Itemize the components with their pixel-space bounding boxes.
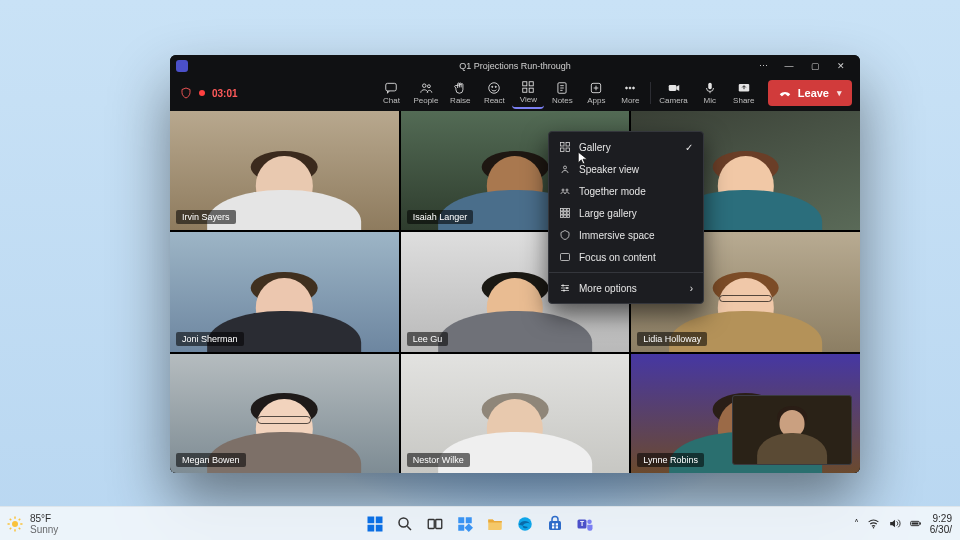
clock-date: 6/30/ — [930, 524, 952, 535]
svg-rect-29 — [561, 212, 564, 215]
task-view-icon — [426, 515, 444, 533]
svg-rect-42 — [368, 524, 375, 531]
leave-button[interactable]: Leave ▾ — [768, 80, 852, 106]
teams-taskbar-button[interactable]: T — [573, 512, 597, 536]
store-button[interactable] — [543, 512, 567, 536]
window-maximize-button[interactable]: ▢ — [802, 57, 828, 75]
participant-tile[interactable]: Irvin Sayers — [170, 111, 399, 230]
weather-temp: 85°F — [30, 513, 58, 524]
edge-button[interactable] — [513, 512, 537, 536]
notes-button[interactable]: Notes — [546, 77, 578, 109]
recording-indicator[interactable]: 03:01 — [178, 87, 240, 99]
svg-point-13 — [626, 87, 628, 89]
more-button[interactable]: More — [614, 77, 646, 109]
svg-point-24 — [562, 189, 564, 191]
share-label: Share — [733, 97, 754, 105]
svg-rect-16 — [668, 85, 676, 91]
chevron-down-icon: ▾ — [837, 88, 842, 98]
participant-tile[interactable]: Megan Bowen — [170, 354, 399, 473]
svg-rect-62 — [911, 522, 918, 524]
together-icon — [559, 185, 571, 197]
menu-gallery[interactable]: Gallery ✓ — [549, 136, 703, 158]
share-button[interactable]: Share — [728, 77, 760, 109]
participant-grid: Irvin SayersIsaiah LangerJoni ShermanLee… — [170, 111, 860, 473]
window-minimize-button[interactable]: ― — [776, 57, 802, 75]
participant-tile[interactable]: Nestor Wilke — [401, 354, 630, 473]
search-button[interactable] — [393, 512, 417, 536]
wifi-icon[interactable] — [867, 517, 880, 530]
menu-more-options-label: More options — [579, 283, 637, 294]
leave-label: Leave — [798, 87, 829, 99]
notes-icon — [555, 81, 569, 95]
system-tray[interactable]: ˄ 9:29 6/30/ — [854, 507, 952, 540]
participant-tile[interactable]: Joni Sherman — [170, 232, 399, 351]
taskbar-center: T — [363, 512, 597, 536]
camera-label: Camera — [659, 97, 687, 105]
sun-icon — [6, 515, 24, 533]
menu-more-options[interactable]: More options › — [549, 277, 703, 299]
svg-rect-52 — [549, 521, 561, 530]
taskbar-weather[interactable]: 85°F Sunny — [6, 507, 58, 540]
svg-point-59 — [587, 519, 592, 524]
people-button[interactable]: People — [409, 77, 442, 109]
svg-point-39 — [12, 521, 18, 527]
svg-point-60 — [872, 527, 874, 529]
window-close-button[interactable]: ✕ — [828, 57, 854, 75]
battery-icon[interactable] — [909, 517, 922, 530]
volume-icon[interactable] — [888, 517, 901, 530]
view-button[interactable]: View — [512, 77, 544, 109]
svg-rect-1 — [386, 83, 397, 91]
taskbar-clock[interactable]: 9:29 6/30/ — [930, 513, 952, 535]
svg-point-6 — [496, 86, 497, 87]
ellipsis-icon — [623, 81, 637, 95]
camera-button[interactable]: Camera — [655, 77, 691, 109]
record-icon — [196, 87, 208, 99]
meeting-toolbar: 03:01 Chat People Raise React View Notes — [170, 77, 860, 111]
svg-rect-33 — [564, 215, 567, 218]
chat-button[interactable]: Chat — [375, 77, 407, 109]
widgets-button[interactable] — [453, 512, 477, 536]
windows-taskbar: 85°F Sunny T ˄ — [0, 506, 960, 540]
menu-immersive-space[interactable]: Immersive space — [549, 224, 703, 246]
menu-focus-label: Focus on content — [579, 252, 656, 263]
emoji-icon — [487, 81, 501, 95]
window-more-icon[interactable]: ⋯ — [750, 57, 776, 75]
toolbar-separator — [650, 82, 651, 104]
start-button[interactable] — [363, 512, 387, 536]
mic-label: Mic — [704, 97, 716, 105]
clock-time: 9:29 — [930, 513, 952, 524]
svg-rect-63 — [920, 522, 921, 524]
teams-app-icon — [176, 60, 188, 72]
svg-point-14 — [629, 87, 631, 89]
view-label: View — [520, 96, 537, 104]
mouse-cursor-icon — [576, 149, 590, 167]
svg-rect-54 — [556, 523, 558, 525]
camera-icon — [667, 81, 681, 95]
menu-together-mode[interactable]: Together mode — [549, 180, 703, 202]
edge-icon — [516, 515, 534, 533]
self-view-pip[interactable] — [732, 395, 852, 465]
mic-button[interactable]: Mic — [694, 77, 726, 109]
chat-icon — [384, 81, 398, 95]
participant-name: Megan Bowen — [176, 453, 246, 467]
teams-icon: T — [576, 515, 594, 533]
raise-hand-button[interactable]: Raise — [444, 77, 476, 109]
focus-icon — [559, 251, 571, 263]
svg-rect-55 — [552, 526, 554, 528]
tray-chevron-icon[interactable]: ˄ — [854, 518, 859, 529]
explorer-button[interactable] — [483, 512, 507, 536]
apps-button[interactable]: Apps — [580, 77, 612, 109]
svg-point-5 — [492, 86, 493, 87]
phone-down-icon — [778, 86, 792, 100]
menu-large-gallery[interactable]: Large gallery — [549, 202, 703, 224]
participant-name: Lee Gu — [407, 332, 449, 346]
svg-rect-46 — [436, 519, 442, 528]
svg-rect-9 — [523, 88, 527, 92]
menu-focus-content[interactable]: Focus on content — [549, 246, 703, 268]
react-button[interactable]: React — [478, 77, 510, 109]
check-icon: ✓ — [685, 142, 693, 153]
svg-rect-49 — [458, 524, 464, 530]
chat-label: Chat — [383, 97, 400, 105]
task-view-button[interactable] — [423, 512, 447, 536]
menu-speaker-view[interactable]: Speaker view — [549, 158, 703, 180]
